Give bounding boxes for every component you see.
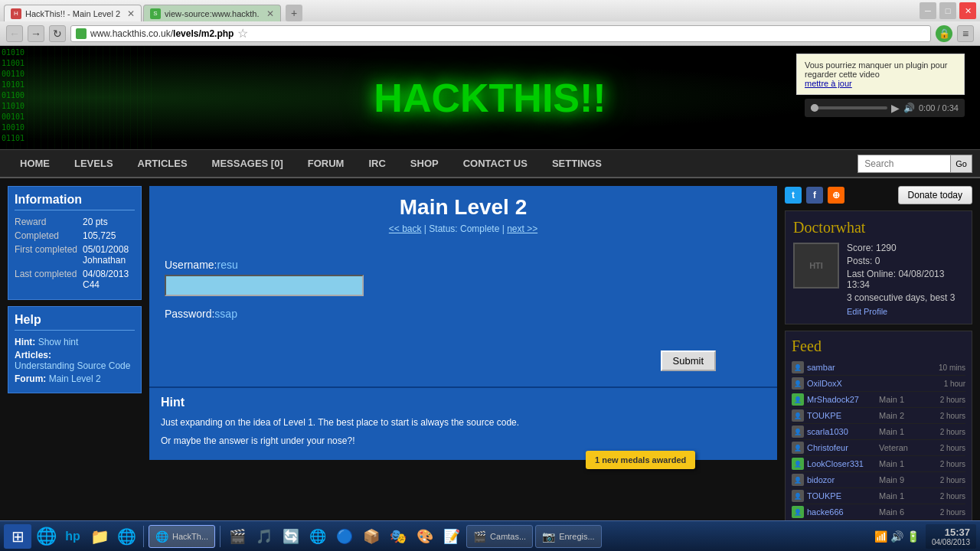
tab-favicon-hackthis: H: [11, 8, 21, 19]
back-link[interactable]: << back: [389, 223, 422, 234]
video-time: 0:00 / 0:34: [919, 103, 959, 112]
info-row-last: Last completed 04/08/2013C44: [15, 269, 135, 290]
nav-settings[interactable]: SETTINGS: [540, 152, 614, 175]
twitter-icon[interactable]: t: [785, 187, 802, 204]
close-button[interactable]: ✕: [959, 2, 976, 19]
taskbar-ie[interactable]: 🌐: [114, 524, 139, 549]
feed-user-6[interactable]: Christofeur: [807, 443, 876, 452]
submit-button[interactable]: Submit: [661, 350, 716, 371]
nav-home[interactable]: HOME: [8, 152, 62, 175]
feed-time-10: 2 hours: [940, 508, 965, 517]
nav-messages[interactable]: MESSAGES [0]: [200, 152, 296, 175]
nav-shop[interactable]: SHOP: [398, 152, 451, 175]
nav-contact[interactable]: CONTACT US: [451, 152, 540, 175]
taskbar-camtas[interactable]: 🎬 Camtas...: [466, 525, 533, 548]
profile-posts: Posts: 0: [847, 256, 964, 266]
rss-icon[interactable]: ⊕: [828, 187, 844, 204]
reload-button[interactable]: ↻: [49, 25, 66, 42]
tab-viewsource[interactable]: S view-source:www.hackth... ✕: [143, 5, 281, 21]
browser-toolbar: ← → ↻ www.hackthis.co.uk/levels/m2.php ☆…: [0, 21, 980, 46]
hint-text-1: Just expanding on the idea of Level 1. T…: [161, 416, 766, 429]
feed-user-2[interactable]: OxilDoxX: [807, 379, 876, 388]
tray-volume[interactable]: 🔊: [890, 530, 903, 543]
taskbar-explorer[interactable]: 🌐: [34, 524, 58, 549]
taskbar-icon-8[interactable]: 🎨: [413, 524, 437, 549]
taskbar-icon-4[interactable]: 🌐: [305, 524, 330, 549]
site-logo[interactable]: HACKTHIS!!: [374, 75, 606, 121]
taskbar-icon-1[interactable]: 🎬: [225, 524, 250, 549]
nav-articles[interactable]: ARTICLES: [126, 152, 200, 175]
forward-button[interactable]: →: [28, 25, 44, 42]
new-tab-button[interactable]: +: [286, 5, 302, 21]
donate-button[interactable]: Donate today: [898, 186, 972, 204]
taskbar-icon-7[interactable]: 🎭: [386, 524, 410, 549]
taskbar-icon-9[interactable]: 📝: [439, 524, 464, 549]
nav-forum[interactable]: FORUM: [296, 152, 357, 175]
next-link[interactable]: next >>: [507, 223, 537, 234]
maximize-button[interactable]: □: [939, 2, 956, 19]
feed-user-7[interactable]: LookCloser331: [807, 459, 876, 468]
username-input[interactable]: [165, 275, 364, 296]
feed-user-10[interactable]: hacke666: [807, 507, 876, 517]
feed-time-4: 2 hours: [940, 412, 965, 420]
level-nav: << back | Status: Complete | next >>: [158, 223, 768, 234]
volume-button[interactable]: 🔊: [903, 103, 915, 113]
medal-notification[interactable]: 1 new medals awarded: [586, 451, 695, 469]
username-label: Username:resu: [165, 259, 762, 271]
tray-network[interactable]: 📶: [874, 530, 887, 543]
tab-close-viewsource[interactable]: ✕: [266, 8, 274, 19]
feed-time-6: 2 hours: [940, 444, 965, 452]
tray-battery[interactable]: 🔋: [906, 530, 920, 543]
windows-start[interactable]: ⊞: [4, 524, 31, 549]
taskbar-icon-3[interactable]: 🔄: [279, 524, 303, 549]
articles-link[interactable]: Understanding Source Code: [15, 360, 130, 371]
feed-level-6: Veteran: [879, 443, 937, 452]
progress-thumb[interactable]: [811, 104, 818, 112]
nav-irc[interactable]: IRC: [356, 152, 397, 175]
feed-user[interactable]: sambar: [807, 363, 876, 372]
taskbar-hp[interactable]: hp: [60, 524, 85, 549]
forum-link[interactable]: Main Level 2: [49, 373, 101, 384]
facebook-icon[interactable]: f: [806, 187, 823, 204]
feed-item-hacke1: 👤 hacke666 Main 6 2 hours: [792, 504, 965, 520]
taskbar-icon-6[interactable]: 📦: [359, 524, 384, 549]
feed-user-9[interactable]: TOUKPE: [807, 491, 876, 500]
bookmark-star[interactable]: ☆: [237, 26, 248, 41]
minimize-button[interactable]: ─: [920, 2, 936, 19]
feed-item-mrshadock: 👤 MrShadock27 Main 1 2 hours: [792, 392, 965, 408]
edit-profile-link[interactable]: Edit Profile: [847, 307, 964, 316]
search-box[interactable]: Go: [858, 155, 972, 173]
security-icon[interactable]: 🔒: [936, 25, 952, 42]
nav-levels[interactable]: LEVELS: [62, 152, 126, 175]
center-content: Main Level 2 << back | Status: Complete …: [142, 186, 785, 551]
profile-score: Score: 1290: [847, 243, 964, 253]
feed-level-9: Main 1: [879, 491, 937, 500]
address-favicon: [76, 28, 87, 39]
taskbar-folder[interactable]: 📁: [87, 524, 112, 549]
tab-close-hackthis[interactable]: ✕: [127, 8, 135, 19]
notification-link[interactable]: mettre à jour: [805, 79, 852, 88]
taskbar-hackthis[interactable]: 🌐 HackTh...: [149, 525, 215, 548]
hint-link[interactable]: Show hint: [38, 337, 79, 347]
play-button[interactable]: ▶: [891, 102, 900, 114]
password-label: Password:ssap: [165, 308, 762, 320]
feed-user-8[interactable]: bidozor: [807, 475, 876, 484]
search-input[interactable]: [858, 155, 950, 172]
search-button[interactable]: Go: [950, 155, 972, 172]
articles-label: Articles:: [15, 350, 51, 360]
feed-user-5[interactable]: scarla1030: [807, 427, 876, 436]
taskbar-enregis[interactable]: 📷 Enregis...: [535, 525, 601, 548]
menu-button[interactable]: ≡: [957, 25, 974, 42]
enregis-icon: 📷: [542, 530, 554, 543]
feed-user-3[interactable]: MrShadock27: [807, 395, 876, 404]
taskbar-icon-2[interactable]: 🎵: [252, 524, 276, 549]
tab-hackthis[interactable]: H HackThis!! - Main Level 2 ✕: [4, 5, 142, 21]
feed-user-4[interactable]: TOUKPE: [807, 411, 876, 420]
address-bar[interactable]: www.hackthis.co.uk/levels/m2.php ☆: [70, 25, 931, 42]
feed-item-toukpe2: 👤 TOUKPE Main 1 2 hours: [792, 488, 965, 504]
video-progress[interactable]: [811, 106, 887, 109]
taskbar-icon-5[interactable]: 🔵: [332, 524, 357, 549]
taskbar-clock[interactable]: 15:37 04/08/2013: [926, 524, 976, 549]
website: 0101011001001101010101100110100010110010…: [0, 46, 980, 551]
back-button[interactable]: ←: [6, 25, 23, 42]
